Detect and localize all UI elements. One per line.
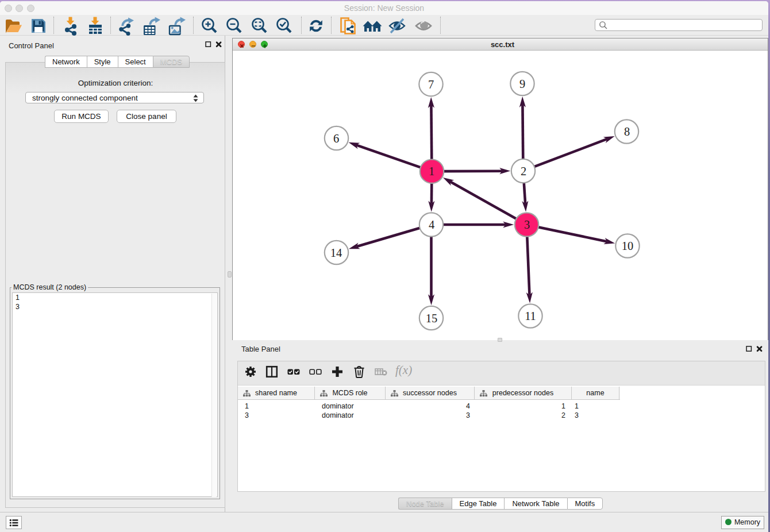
svg-text:14: 14 bbox=[330, 246, 342, 259]
svg-text:11: 11 bbox=[525, 310, 536, 322]
svg-text:1: 1 bbox=[429, 165, 434, 178]
svg-text:3: 3 bbox=[524, 218, 530, 231]
svg-text:4: 4 bbox=[429, 218, 434, 231]
svg-text:2: 2 bbox=[521, 165, 526, 178]
svg-text:9: 9 bbox=[519, 78, 525, 90]
svg-text:10: 10 bbox=[622, 240, 634, 252]
svg-text:8: 8 bbox=[624, 125, 630, 138]
svg-text:7: 7 bbox=[428, 78, 434, 91]
svg-text:6: 6 bbox=[333, 132, 339, 145]
svg-text:15: 15 bbox=[426, 312, 438, 325]
